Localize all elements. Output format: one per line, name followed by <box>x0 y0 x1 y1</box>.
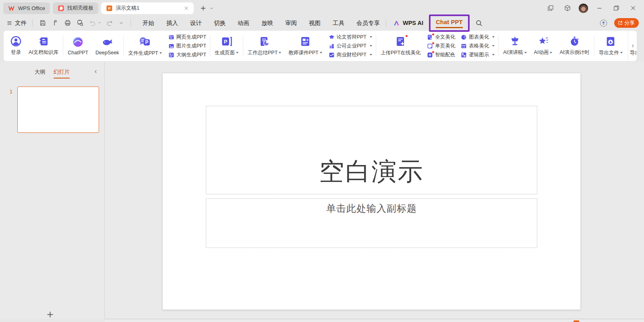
slide-title: 空白演示 <box>319 155 424 194</box>
file-generate-ppt-button[interactable]: 文件生成PPT <box>124 31 165 61</box>
workspace-cube-icon[interactable] <box>561 2 574 14</box>
upload-ppt-online-beautify-button[interactable]: 上传PPT在线美化 <box>377 31 424 61</box>
close-window-icon[interactable] <box>627 2 639 14</box>
tab-presentation1[interactable]: 演示文稿1 <box>101 2 194 14</box>
status-bar-edge <box>105 319 644 322</box>
ribbon-overflow-button[interactable] <box>628 31 637 61</box>
table-icon <box>461 43 467 49</box>
export-file-button[interactable]: 导出文件 <box>595 31 626 61</box>
collapse-panel-icon[interactable] <box>93 69 99 74</box>
add-slide-icon[interactable] <box>46 310 54 319</box>
redo-icon[interactable] <box>106 19 113 27</box>
divider <box>130 19 131 27</box>
outline-generate-ppt-button[interactable]: 大纲生成PPT <box>168 52 206 58</box>
chat-ppt-annotation-box: Chat PPT <box>429 14 470 32</box>
restore-window-icon[interactable] <box>610 2 622 14</box>
tab-transition[interactable]: 切换 <box>208 16 232 30</box>
ai-animation-button[interactable]: AI动画 <box>530 31 556 61</box>
chart-beautify-button[interactable]: 图表美化 <box>461 34 495 41</box>
teacher-courseware-ppt-button[interactable]: 教师课件PPT <box>285 31 325 61</box>
generate-page-button[interactable]: 生成页面 <box>211 31 242 61</box>
save-icon[interactable] <box>39 19 46 27</box>
slide-1[interactable]: 空白演示 单击此处输入副标题 <box>162 73 581 310</box>
subtitle-placeholder[interactable]: 单击此处输入副标题 <box>206 198 537 248</box>
logic-diagram-button[interactable]: 逻辑图示 <box>461 52 495 58</box>
tab-review[interactable]: 审阅 <box>279 16 303 30</box>
dropdown-arrow-icon <box>492 36 495 38</box>
image-generate-ppt-button[interactable]: 图片生成PPT <box>168 43 206 50</box>
tab-list-chevron-icon[interactable] <box>209 6 214 11</box>
new-tab-icon[interactable] <box>200 5 207 12</box>
share-button[interactable]: 分享 <box>614 18 639 28</box>
search-icon[interactable] <box>475 19 483 27</box>
dropdown-arrow-icon <box>550 52 552 54</box>
dropdown-arrow-icon <box>524 52 527 54</box>
company-enterprise-ppt-button[interactable]: 公司企业PPT <box>329 43 372 50</box>
share-label: 分享 <box>624 19 635 27</box>
ai-speech-draft-button[interactable]: AI演讲稿 <box>499 31 530 61</box>
flowchart-icon <box>461 52 467 58</box>
tab-slideshow[interactable]: 放映 <box>255 16 279 30</box>
quick-access-toolbar <box>33 19 130 27</box>
tab-wps-ai[interactable]: WPS AI <box>393 19 423 27</box>
tab-wps-office[interactable]: WPS Office <box>3 2 50 14</box>
star-animation-icon <box>538 36 549 47</box>
group-divider <box>498 35 499 57</box>
outline-tab[interactable]: 大纲 <box>35 68 46 78</box>
tab-tools[interactable]: 工具 <box>327 16 350 30</box>
ai-presentation-countdown-button[interactable]: AI演示倒计时 <box>556 31 593 61</box>
close-tab-icon[interactable] <box>184 6 189 11</box>
smart-color-button[interactable]: 智能配色 <box>427 52 455 58</box>
dropdown-arrow-icon <box>370 54 372 56</box>
group-generate-page: 生成页面 <box>211 31 242 61</box>
tab-insert[interactable]: 插入 <box>160 16 184 30</box>
slides-tab[interactable]: 幻灯片 <box>54 68 70 78</box>
window-controls <box>545 0 644 16</box>
deepseek-button[interactable]: DeepSeek <box>92 31 122 61</box>
tab-design[interactable]: 设计 <box>184 16 208 30</box>
ai-doc-knowledge-base-button[interactable]: AI文档知识库 <box>25 31 62 61</box>
tab-chat-ppt[interactable]: Chat PPT <box>436 19 463 28</box>
full-text-beautify-button[interactable]: 全文美化 <box>427 34 455 41</box>
thesis-defense-ppt-button[interactable]: 论文答辩PPT <box>329 34 372 41</box>
dropdown-arrow-icon <box>279 52 281 54</box>
group-divider <box>210 35 210 57</box>
business-finance-ppt-button[interactable]: 商业财经PPT <box>329 52 372 58</box>
docer-icon <box>58 5 64 12</box>
tab-home[interactable]: 开始 <box>137 16 160 30</box>
title-placeholder[interactable]: 空白演示 <box>206 106 537 194</box>
user-avatar[interactable] <box>578 3 588 13</box>
web-generate-ppt-button[interactable]: 网页生成PPT <box>168 34 206 41</box>
undo-icon[interactable] <box>89 19 101 27</box>
minimize-icon[interactable] <box>593 2 605 14</box>
image-generate-ppt-icon <box>168 43 174 49</box>
status-indicator <box>574 320 579 322</box>
group-scenario-ppt: 工作总结PPT 教师课件PPT 论文答辩PPT 公司企业PPT <box>244 31 375 61</box>
file-menu-button[interactable]: 文件 <box>0 16 32 30</box>
chat-ppt-ribbon: 登录 AI文档知识库 ChatPPT DeepSeek <box>3 30 637 62</box>
tab-docer-templates[interactable]: 找稻壳模板 <box>53 2 98 14</box>
slide-panel: 大纲 幻灯片 1 <box>0 62 105 319</box>
tab-label: 演示文稿1 <box>116 4 139 12</box>
login-button[interactable]: 登录 <box>7 31 25 61</box>
multi-window-icon[interactable] <box>545 2 557 14</box>
file-generate-ppt-icon <box>139 35 151 47</box>
customize-toolbar-chevron-icon[interactable] <box>118 20 124 26</box>
cloud-upload-icon[interactable] <box>599 19 608 27</box>
pie-chart-icon <box>461 34 467 40</box>
tab-member-benefits[interactable]: 会员专享 <box>350 16 386 30</box>
print-preview-icon[interactable] <box>77 19 84 27</box>
export-pdf-icon[interactable] <box>52 19 59 27</box>
table-beautify-button[interactable]: 表格美化 <box>461 43 495 50</box>
export-file-icon <box>605 36 616 47</box>
work-summary-ppt-button[interactable]: 工作总结PPT <box>244 31 285 61</box>
chatppt-button[interactable]: ChatPPT <box>64 31 92 61</box>
slide-thumbnail[interactable] <box>17 87 99 133</box>
tab-animation[interactable]: 动画 <box>232 16 255 30</box>
dropdown-arrow-icon <box>620 52 623 54</box>
ppt-file-icon <box>106 5 113 12</box>
single-page-beautify-button[interactable]: 单页美化 <box>427 43 455 50</box>
print-icon[interactable] <box>64 19 71 27</box>
deepseek-whale-icon <box>102 37 113 47</box>
tab-view[interactable]: 视图 <box>303 16 327 30</box>
